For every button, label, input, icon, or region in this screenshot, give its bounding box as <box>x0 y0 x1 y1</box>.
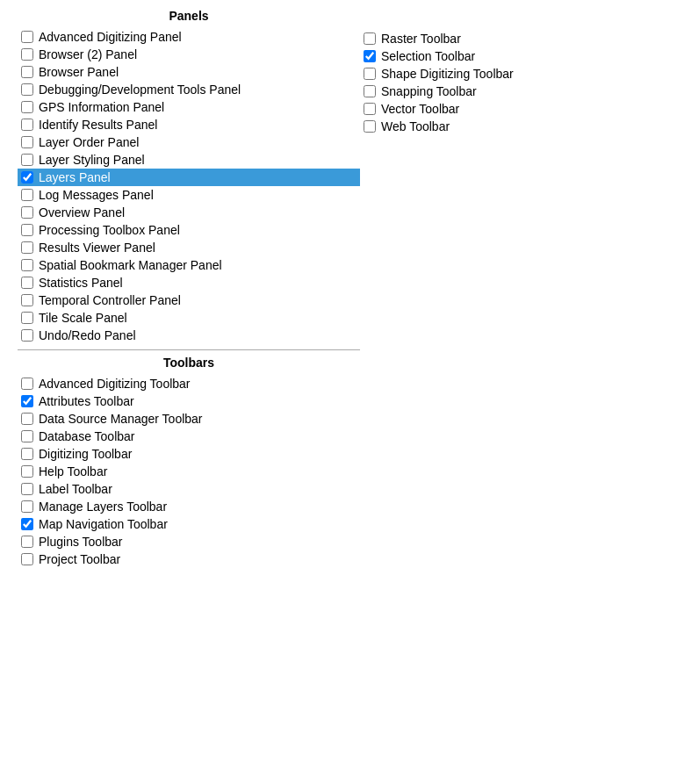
panel-item-0[interactable]: Advanced Digitizing Panel <box>18 28 360 46</box>
left-toolbar-item-1[interactable]: Attributes Toolbar <box>18 392 360 410</box>
panel-item-12[interactable]: Results Viewer Panel <box>18 239 360 256</box>
left-toolbar-item-8[interactable]: Map Navigation Toolbar <box>18 515 360 533</box>
panel-checkbox-7[interactable] <box>21 154 33 166</box>
panel-item-15[interactable]: Temporal Controller Panel <box>18 291 360 309</box>
panel-item-1[interactable]: Browser (2) Panel <box>18 46 360 63</box>
left-toolbar-item-9[interactable]: Plugins Toolbar <box>18 533 360 550</box>
right-toolbar-label-4: Vector Toolbar <box>381 102 459 116</box>
panel-item-6[interactable]: Layer Order Panel <box>18 133 360 151</box>
panel-label-7: Layer Styling Panel <box>39 153 145 167</box>
panel-item-16[interactable]: Tile Scale Panel <box>18 309 360 327</box>
right-toolbar-item-2[interactable]: Shape Digitizing Toolbar <box>360 65 659 83</box>
right-toolbar-checkbox-4[interactable] <box>364 103 376 115</box>
left-toolbar-item-5[interactable]: Help Toolbar <box>18 463 360 480</box>
panel-item-17[interactable]: Undo/Redo Panel <box>18 327 360 344</box>
panel-checkbox-0[interactable] <box>21 31 33 43</box>
panel-item-5[interactable]: Identify Results Panel <box>18 116 360 133</box>
panel-checkbox-6[interactable] <box>21 136 33 148</box>
right-toolbar-checkbox-3[interactable] <box>364 85 376 97</box>
panel-checkbox-1[interactable] <box>21 48 33 61</box>
left-toolbar-checkbox-3[interactable] <box>21 430 33 442</box>
panel-checkbox-12[interactable] <box>21 241 33 254</box>
panel-label-2: Browser Panel <box>39 65 119 79</box>
left-toolbar-label-0: Advanced Digitizing Toolbar <box>39 377 191 391</box>
panel-item-8[interactable]: Layers Panel <box>18 169 360 186</box>
left-toolbar-checkbox-0[interactable] <box>21 378 33 390</box>
panel-item-4[interactable]: GPS Information Panel <box>18 98 360 116</box>
panel-checkbox-4[interactable] <box>21 101 33 113</box>
panel-checkbox-16[interactable] <box>21 312 33 324</box>
panel-checkbox-9[interactable] <box>21 189 33 201</box>
panel-label-4: GPS Information Panel <box>39 100 164 114</box>
panel-checkbox-2[interactable] <box>21 66 33 78</box>
left-toolbar-item-10[interactable]: Project Toolbar <box>18 550 360 568</box>
right-toolbar-item-3[interactable]: Snapping Toolbar <box>360 83 659 100</box>
panel-checkbox-13[interactable] <box>21 259 33 271</box>
panel-checkbox-11[interactable] <box>21 224 33 236</box>
panel-label-12: Results Viewer Panel <box>39 241 155 255</box>
panel-label-8: Layers Panel <box>39 170 111 184</box>
panel-item-11[interactable]: Processing Toolbox Panel <box>18 221 360 239</box>
left-toolbar-item-7[interactable]: Manage Layers Toolbar <box>18 498 360 515</box>
left-toolbar-checkbox-10[interactable] <box>21 553 33 565</box>
panel-item-13[interactable]: Spatial Bookmark Manager Panel <box>18 256 360 274</box>
right-toolbar-checkbox-0[interactable] <box>364 32 376 45</box>
panel-label-1: Browser (2) Panel <box>39 47 137 61</box>
panel-checkbox-8[interactable] <box>21 171 33 183</box>
right-toolbar-label-1: Selection Toolbar <box>381 49 475 63</box>
panel-checkbox-17[interactable] <box>21 329 33 342</box>
panel-checkbox-14[interactable] <box>21 277 33 289</box>
left-toolbar-checkbox-7[interactable] <box>21 500 33 513</box>
panel-checkbox-3[interactable] <box>21 83 33 96</box>
left-toolbar-item-2[interactable]: Data Source Manager Toolbar <box>18 410 360 428</box>
panel-checkbox-15[interactable] <box>21 294 33 306</box>
left-toolbar-item-0[interactable]: Advanced Digitizing Toolbar <box>18 375 360 392</box>
left-toolbar-label-6: Label Toolbar <box>39 482 112 496</box>
panels-list: Advanced Digitizing PanelBrowser (2) Pan… <box>18 28 360 344</box>
left-toolbar-checkbox-5[interactable] <box>21 465 33 478</box>
right-toolbar-label-0: Raster Toolbar <box>381 32 461 46</box>
left-toolbar-checkbox-8[interactable] <box>21 518 33 530</box>
right-toolbar-item-0[interactable]: Raster Toolbar <box>360 30 659 47</box>
panel-item-3[interactable]: Debugging/Development Tools Panel <box>18 81 360 98</box>
left-toolbar-item-6[interactable]: Label Toolbar <box>18 480 360 498</box>
left-toolbar-label-3: Database Toolbar <box>39 429 134 443</box>
panel-label-16: Tile Scale Panel <box>39 311 127 325</box>
panel-label-6: Layer Order Panel <box>39 135 139 149</box>
right-toolbar-checkbox-5[interactable] <box>364 120 376 133</box>
left-toolbar-label-7: Manage Layers Toolbar <box>39 500 167 514</box>
left-toolbar-checkbox-9[interactable] <box>21 536 33 548</box>
panel-label-0: Advanced Digitizing Panel <box>39 30 182 44</box>
left-toolbar-item-4[interactable]: Digitizing Toolbar <box>18 445 360 463</box>
toolbars-header: Toolbars <box>18 356 360 370</box>
panel-label-5: Identify Results Panel <box>39 118 157 132</box>
panel-checkbox-10[interactable] <box>21 206 33 219</box>
panel-label-13: Spatial Bookmark Manager Panel <box>39 258 222 272</box>
panel-label-15: Temporal Controller Panel <box>39 293 181 307</box>
left-toolbar-label-1: Attributes Toolbar <box>39 394 134 408</box>
left-toolbar-item-3[interactable]: Database Toolbar <box>18 428 360 445</box>
right-toolbar-item-1[interactable]: Selection Toolbar <box>360 47 659 65</box>
right-toolbar-checkbox-1[interactable] <box>364 50 376 62</box>
panel-item-9[interactable]: Log Messages Panel <box>18 186 360 204</box>
left-column: Panels Advanced Digitizing PanelBrowser … <box>18 9 360 568</box>
panel-label-17: Undo/Redo Panel <box>39 328 136 342</box>
right-toolbar-checkbox-2[interactable] <box>364 68 376 80</box>
panel-label-10: Overview Panel <box>39 205 125 219</box>
panel-item-10[interactable]: Overview Panel <box>18 204 360 221</box>
left-toolbar-checkbox-2[interactable] <box>21 413 33 425</box>
left-toolbar-checkbox-4[interactable] <box>21 448 33 460</box>
left-toolbar-checkbox-1[interactable] <box>21 395 33 407</box>
right-toolbar-item-5[interactable]: Web Toolbar <box>360 118 659 135</box>
panel-checkbox-5[interactable] <box>21 119 33 131</box>
left-toolbar-checkbox-6[interactable] <box>21 483 33 495</box>
panel-item-7[interactable]: Layer Styling Panel <box>18 151 360 169</box>
left-toolbar-label-2: Data Source Manager Toolbar <box>39 412 203 426</box>
panel-label-3: Debugging/Development Tools Panel <box>39 83 241 97</box>
right-toolbars-list: Raster ToolbarSelection ToolbarShape Dig… <box>360 30 659 135</box>
panel-item-2[interactable]: Browser Panel <box>18 63 360 81</box>
panels-header: Panels <box>18 9 360 23</box>
left-toolbar-label-8: Map Navigation Toolbar <box>39 517 168 531</box>
panel-item-14[interactable]: Statistics Panel <box>18 274 360 291</box>
right-toolbar-item-4[interactable]: Vector Toolbar <box>360 100 659 118</box>
